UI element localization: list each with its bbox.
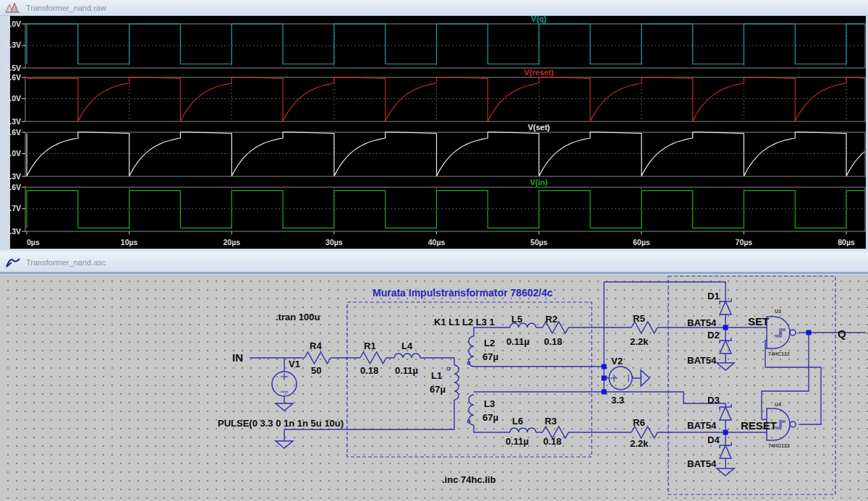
- diode-d3[interactable]: [720, 404, 731, 420]
- x-tick-label: 80µs: [838, 238, 855, 247]
- y-tick-label: 0.3V: [5, 117, 21, 126]
- r3-value: 0.18: [543, 436, 561, 447]
- y-tick-label: 3.6V: [5, 183, 21, 192]
- directive-inc: .inc 74hc.lib: [442, 474, 495, 485]
- x-tick-label: 50µs: [530, 238, 548, 247]
- x-tick-label: 10µs: [121, 238, 138, 247]
- inductor-l4[interactable]: [394, 354, 420, 358]
- l2-value: 67µ: [482, 351, 498, 362]
- schematic-canvas[interactable]: .tran 100u IN V1 PULSE(0 3.3 0 1n 1n 5u …: [0, 275, 868, 501]
- y-tick-label: -0.3V: [3, 227, 21, 236]
- l1-name: L1: [431, 370, 442, 381]
- r3-name: R3: [545, 416, 557, 427]
- schematic-titlebar[interactable]: Transformer_nand.asc: [0, 253, 868, 274]
- trace-title-V(in)[interactable]: V(in): [530, 178, 548, 187]
- x-tick-label: 0µs: [27, 238, 40, 247]
- y-tick-label: 2.0V: [5, 149, 21, 158]
- r2-value: 0.18: [544, 336, 562, 347]
- schematic-window-title: Transformer_nand.asc: [26, 258, 106, 267]
- d1-name: D1: [707, 291, 720, 301]
- trace-title-V(reset)[interactable]: V(reset): [524, 68, 554, 77]
- v1-value: PULSE(0 3.3 0 1n 1n 5u 10u): [218, 418, 344, 429]
- waveform-svg[interactable]: 5.0V2.3V-0.5VV(q)3.6V2.0V0.3VV(reset)3.6…: [0, 16, 868, 250]
- y-tick-label: -0.5V: [3, 64, 21, 72]
- d3-name: D3: [707, 395, 720, 406]
- r2-name: R2: [545, 314, 558, 325]
- net-label-in: IN: [232, 351, 243, 364]
- y-tick-label: 3.6V: [5, 73, 21, 82]
- v2-value: 3.3: [611, 395, 624, 406]
- u4-value: 74HC132: [768, 443, 790, 448]
- x-tick-label: 20µs: [223, 238, 240, 247]
- u3-name: U3: [775, 309, 781, 314]
- d3-value: BAT54: [687, 420, 717, 431]
- r1-value: 0.18: [360, 365, 378, 376]
- directive-k1: K1 L1 L2 L3 1: [434, 317, 495, 327]
- x-tick-label: 40µs: [428, 238, 446, 247]
- schematic-window[interactable]: Transformer_nand.asc: [0, 253, 868, 501]
- inductor-l1[interactable]: [447, 365, 459, 400]
- transformer-note: Murata Impulstransformator 78602/4c: [373, 287, 553, 299]
- y-tick-label: 0.3V: [5, 172, 21, 181]
- resistor-r6[interactable]: [631, 427, 658, 438]
- inductor-l2[interactable]: [467, 336, 474, 367]
- y-tick-label: 1.7V: [5, 204, 21, 213]
- resistor-r4[interactable]: [305, 352, 331, 364]
- ground-symbol-reset-clamp[interactable]: [717, 468, 734, 476]
- diode-d1[interactable]: [720, 299, 731, 314]
- ground-symbol-return[interactable]: [276, 441, 293, 448]
- y-tick-label: 2.3V: [5, 40, 21, 49]
- r4-name: R4: [310, 341, 322, 351]
- l2-name: L2: [484, 338, 495, 348]
- voltage-source-v2[interactable]: [609, 367, 632, 390]
- l3-value: 67µ: [482, 412, 498, 423]
- inductor-l6[interactable]: [510, 428, 536, 432]
- y-tick-label: 5.0V: [5, 20, 21, 28]
- d2-name: D2: [707, 330, 720, 341]
- l5-value: 0.11µ: [506, 336, 529, 347]
- d4-value: BAT54: [687, 458, 717, 469]
- r6-name: R6: [633, 417, 645, 428]
- ground-symbol-set-clamp[interactable]: [717, 363, 734, 370]
- v2-name: V2: [611, 356, 623, 367]
- l4-name: L4: [401, 341, 413, 351]
- diode-d4[interactable]: [720, 442, 731, 458]
- y-tick-label: 2.0V: [5, 94, 21, 103]
- x-tick-label: 60µs: [633, 238, 650, 247]
- waveform-window[interactable]: Transformer_nand.raw 5.0V2.3V-0.5VV(q)3.…: [0, 0, 868, 250]
- waveform-plot-area[interactable]: 5.0V2.3V-0.5VV(q)3.6V2.0V0.3VV(reset)3.6…: [0, 16, 868, 250]
- schematic-svg[interactable]: .tran 100u IN V1 PULSE(0 3.3 0 1n 1n 5u …: [0, 275, 868, 501]
- ground-symbol-v2[interactable]: [641, 370, 650, 386]
- nand-gate-u3[interactable]: [767, 317, 796, 348]
- r1-name: R1: [364, 341, 376, 351]
- waveform-window-title: Transformer_nand.raw: [26, 4, 106, 12]
- ltspice-app: Transformer_nand.raw 5.0V2.3V-0.5VV(q)3.…: [0, 0, 868, 501]
- l1-value: 67µ: [430, 384, 446, 395]
- resistor-r1[interactable]: [360, 352, 386, 364]
- x-tick-label: 30µs: [326, 238, 343, 247]
- l6-value: 0.11µ: [506, 436, 529, 447]
- d1-value: BAT54: [687, 317, 717, 328]
- directive-tran: .tran 100u: [276, 312, 320, 322]
- diode-d2[interactable]: [720, 338, 731, 354]
- r4-value: 50: [311, 365, 321, 376]
- net-label-q: Q: [838, 327, 846, 340]
- d2-value: BAT54: [687, 355, 717, 366]
- u4-name: U4: [775, 402, 781, 407]
- r6-value: 2.2k: [630, 438, 649, 449]
- y-tick-label: 3.6V: [5, 128, 21, 137]
- d4-name: D4: [707, 434, 720, 445]
- trace-title-V(q)[interactable]: V(q): [531, 16, 547, 23]
- l3-name: L3: [484, 398, 495, 409]
- inductor-l3[interactable]: [467, 395, 474, 425]
- r5-value: 2.2k: [630, 336, 649, 347]
- u3-value: 74HC132: [768, 351, 790, 356]
- voltage-source-v1[interactable]: [272, 372, 297, 411]
- v1-name: V1: [289, 359, 300, 369]
- net-label-reset: RESET: [741, 419, 777, 432]
- waveform-file-icon: [5, 2, 21, 13]
- waveform-titlebar[interactable]: Transformer_nand.raw: [0, 0, 868, 16]
- l6-name: L6: [512, 416, 523, 427]
- trace-title-V(set)[interactable]: V(set): [528, 123, 550, 132]
- l5-name: L5: [511, 314, 522, 325]
